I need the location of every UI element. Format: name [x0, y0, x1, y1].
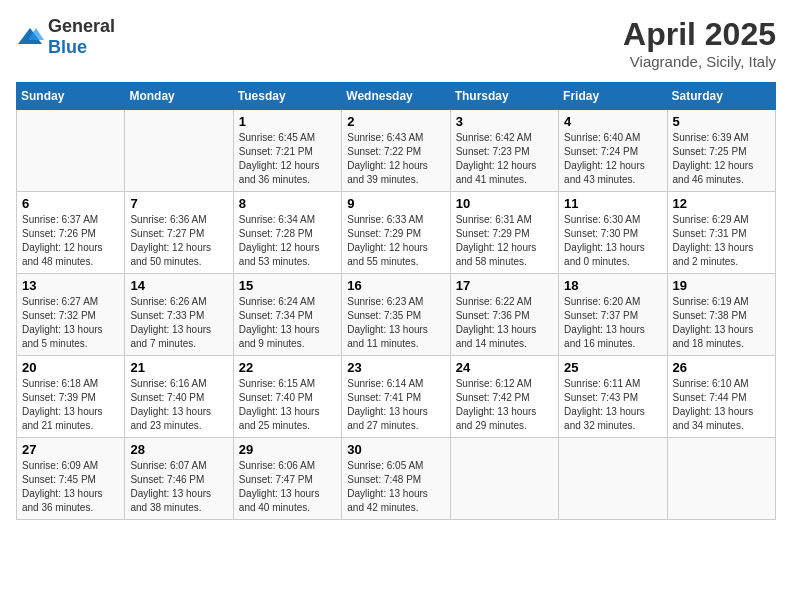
day-info: Sunrise: 6:22 AM Sunset: 7:36 PM Dayligh… [456, 295, 553, 351]
day-number: 21 [130, 360, 227, 375]
day-number: 28 [130, 442, 227, 457]
calendar-cell: 10Sunrise: 6:31 AM Sunset: 7:29 PM Dayli… [450, 192, 558, 274]
calendar-cell: 7Sunrise: 6:36 AM Sunset: 7:27 PM Daylig… [125, 192, 233, 274]
calendar-title: April 2025 [623, 16, 776, 53]
logo-icon [16, 26, 44, 48]
day-info: Sunrise: 6:27 AM Sunset: 7:32 PM Dayligh… [22, 295, 119, 351]
calendar-cell: 21Sunrise: 6:16 AM Sunset: 7:40 PM Dayli… [125, 356, 233, 438]
day-info: Sunrise: 6:16 AM Sunset: 7:40 PM Dayligh… [130, 377, 227, 433]
day-info: Sunrise: 6:23 AM Sunset: 7:35 PM Dayligh… [347, 295, 444, 351]
weekday-header-saturday: Saturday [667, 83, 775, 110]
calendar-cell: 19Sunrise: 6:19 AM Sunset: 7:38 PM Dayli… [667, 274, 775, 356]
calendar-cell: 6Sunrise: 6:37 AM Sunset: 7:26 PM Daylig… [17, 192, 125, 274]
day-number: 5 [673, 114, 770, 129]
day-info: Sunrise: 6:07 AM Sunset: 7:46 PM Dayligh… [130, 459, 227, 515]
day-info: Sunrise: 6:36 AM Sunset: 7:27 PM Dayligh… [130, 213, 227, 269]
day-number: 6 [22, 196, 119, 211]
calendar-cell: 24Sunrise: 6:12 AM Sunset: 7:42 PM Dayli… [450, 356, 558, 438]
day-info: Sunrise: 6:06 AM Sunset: 7:47 PM Dayligh… [239, 459, 336, 515]
day-number: 13 [22, 278, 119, 293]
calendar-week-5: 27Sunrise: 6:09 AM Sunset: 7:45 PM Dayli… [17, 438, 776, 520]
day-number: 24 [456, 360, 553, 375]
day-info: Sunrise: 6:18 AM Sunset: 7:39 PM Dayligh… [22, 377, 119, 433]
calendar-cell: 25Sunrise: 6:11 AM Sunset: 7:43 PM Dayli… [559, 356, 667, 438]
weekday-header-wednesday: Wednesday [342, 83, 450, 110]
day-number: 10 [456, 196, 553, 211]
calendar-cell: 20Sunrise: 6:18 AM Sunset: 7:39 PM Dayli… [17, 356, 125, 438]
calendar-cell [667, 438, 775, 520]
day-info: Sunrise: 6:39 AM Sunset: 7:25 PM Dayligh… [673, 131, 770, 187]
day-number: 12 [673, 196, 770, 211]
day-info: Sunrise: 6:14 AM Sunset: 7:41 PM Dayligh… [347, 377, 444, 433]
day-info: Sunrise: 6:10 AM Sunset: 7:44 PM Dayligh… [673, 377, 770, 433]
day-info: Sunrise: 6:33 AM Sunset: 7:29 PM Dayligh… [347, 213, 444, 269]
calendar-cell: 3Sunrise: 6:42 AM Sunset: 7:23 PM Daylig… [450, 110, 558, 192]
calendar-cell: 1Sunrise: 6:45 AM Sunset: 7:21 PM Daylig… [233, 110, 341, 192]
calendar-cell: 26Sunrise: 6:10 AM Sunset: 7:44 PM Dayli… [667, 356, 775, 438]
day-number: 1 [239, 114, 336, 129]
calendar-cell: 23Sunrise: 6:14 AM Sunset: 7:41 PM Dayli… [342, 356, 450, 438]
logo: General Blue [16, 16, 115, 58]
calendar-cell: 30Sunrise: 6:05 AM Sunset: 7:48 PM Dayli… [342, 438, 450, 520]
calendar-cell: 9Sunrise: 6:33 AM Sunset: 7:29 PM Daylig… [342, 192, 450, 274]
calendar-week-2: 6Sunrise: 6:37 AM Sunset: 7:26 PM Daylig… [17, 192, 776, 274]
day-number: 26 [673, 360, 770, 375]
weekday-header-tuesday: Tuesday [233, 83, 341, 110]
day-number: 27 [22, 442, 119, 457]
logo-text: General Blue [48, 16, 115, 58]
header: General Blue April 2025 Viagrande, Sicil… [16, 16, 776, 70]
day-info: Sunrise: 6:09 AM Sunset: 7:45 PM Dayligh… [22, 459, 119, 515]
calendar-cell: 27Sunrise: 6:09 AM Sunset: 7:45 PM Dayli… [17, 438, 125, 520]
day-number: 30 [347, 442, 444, 457]
day-info: Sunrise: 6:05 AM Sunset: 7:48 PM Dayligh… [347, 459, 444, 515]
calendar-cell: 11Sunrise: 6:30 AM Sunset: 7:30 PM Dayli… [559, 192, 667, 274]
day-info: Sunrise: 6:30 AM Sunset: 7:30 PM Dayligh… [564, 213, 661, 269]
day-number: 29 [239, 442, 336, 457]
day-number: 17 [456, 278, 553, 293]
logo-blue: Blue [48, 37, 87, 57]
day-number: 19 [673, 278, 770, 293]
day-number: 14 [130, 278, 227, 293]
day-number: 4 [564, 114, 661, 129]
calendar-week-4: 20Sunrise: 6:18 AM Sunset: 7:39 PM Dayli… [17, 356, 776, 438]
day-number: 23 [347, 360, 444, 375]
calendar-cell: 12Sunrise: 6:29 AM Sunset: 7:31 PM Dayli… [667, 192, 775, 274]
day-info: Sunrise: 6:20 AM Sunset: 7:37 PM Dayligh… [564, 295, 661, 351]
day-info: Sunrise: 6:40 AM Sunset: 7:24 PM Dayligh… [564, 131, 661, 187]
calendar-cell: 22Sunrise: 6:15 AM Sunset: 7:40 PM Dayli… [233, 356, 341, 438]
calendar-cell: 14Sunrise: 6:26 AM Sunset: 7:33 PM Dayli… [125, 274, 233, 356]
logo-general: General [48, 16, 115, 36]
calendar-cell: 16Sunrise: 6:23 AM Sunset: 7:35 PM Dayli… [342, 274, 450, 356]
day-number: 3 [456, 114, 553, 129]
calendar-cell: 28Sunrise: 6:07 AM Sunset: 7:46 PM Dayli… [125, 438, 233, 520]
day-info: Sunrise: 6:15 AM Sunset: 7:40 PM Dayligh… [239, 377, 336, 433]
day-number: 7 [130, 196, 227, 211]
calendar-cell: 15Sunrise: 6:24 AM Sunset: 7:34 PM Dayli… [233, 274, 341, 356]
day-info: Sunrise: 6:24 AM Sunset: 7:34 PM Dayligh… [239, 295, 336, 351]
weekday-header-monday: Monday [125, 83, 233, 110]
day-info: Sunrise: 6:43 AM Sunset: 7:22 PM Dayligh… [347, 131, 444, 187]
day-info: Sunrise: 6:26 AM Sunset: 7:33 PM Dayligh… [130, 295, 227, 351]
calendar-cell: 5Sunrise: 6:39 AM Sunset: 7:25 PM Daylig… [667, 110, 775, 192]
calendar-subtitle: Viagrande, Sicily, Italy [623, 53, 776, 70]
weekday-header-friday: Friday [559, 83, 667, 110]
weekday-header-thursday: Thursday [450, 83, 558, 110]
day-number: 16 [347, 278, 444, 293]
calendar-cell: 2Sunrise: 6:43 AM Sunset: 7:22 PM Daylig… [342, 110, 450, 192]
day-number: 11 [564, 196, 661, 211]
day-number: 9 [347, 196, 444, 211]
calendar-cell [17, 110, 125, 192]
calendar-cell [125, 110, 233, 192]
day-number: 22 [239, 360, 336, 375]
calendar-week-3: 13Sunrise: 6:27 AM Sunset: 7:32 PM Dayli… [17, 274, 776, 356]
weekday-header-row: SundayMondayTuesdayWednesdayThursdayFrid… [17, 83, 776, 110]
day-number: 15 [239, 278, 336, 293]
day-info: Sunrise: 6:29 AM Sunset: 7:31 PM Dayligh… [673, 213, 770, 269]
calendar-cell [450, 438, 558, 520]
calendar-cell [559, 438, 667, 520]
calendar-cell: 8Sunrise: 6:34 AM Sunset: 7:28 PM Daylig… [233, 192, 341, 274]
day-info: Sunrise: 6:45 AM Sunset: 7:21 PM Dayligh… [239, 131, 336, 187]
day-number: 25 [564, 360, 661, 375]
calendar-cell: 29Sunrise: 6:06 AM Sunset: 7:47 PM Dayli… [233, 438, 341, 520]
day-number: 18 [564, 278, 661, 293]
